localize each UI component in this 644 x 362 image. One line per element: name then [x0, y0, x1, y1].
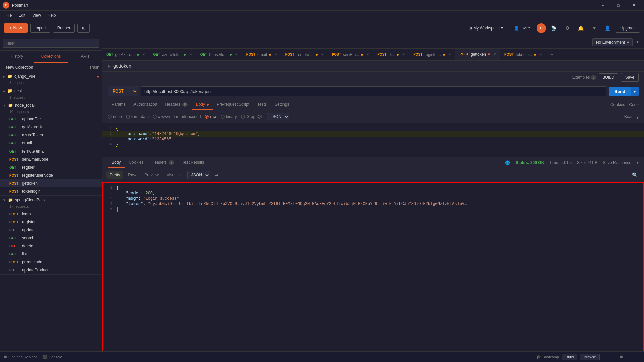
workspace-button[interactable]: ⊞ My Workspace ▾: [465, 24, 507, 32]
minimize-button[interactable]: −: [595, 0, 610, 11]
examples-button[interactable]: Examples 0: [572, 75, 596, 80]
bell-icon[interactable]: 🔔: [576, 23, 586, 34]
request-item-getazureurl[interactable]: GET getAzureUrl: [0, 123, 102, 131]
tab-history[interactable]: History: [0, 51, 34, 63]
menu-view[interactable]: View: [30, 12, 44, 18]
env-eye-button[interactable]: 👁: [635, 40, 640, 45]
tab-close-button[interactable]: ✕: [235, 53, 238, 56]
radio-urlencoded[interactable]: x-www-form-urlencoded: [153, 114, 201, 119]
find-replace-button[interactable]: ⊞ Find and Replace: [4, 355, 37, 359]
console-button[interactable]: ⬛ Console: [43, 355, 62, 359]
beautify-button[interactable]: Beautify: [624, 114, 639, 119]
tab-email[interactable]: POST email ✕: [242, 49, 281, 61]
view-tab-visualize[interactable]: Visualize: [163, 171, 186, 179]
request-item-update[interactable]: PUT update: [0, 226, 102, 234]
url-input[interactable]: [141, 86, 606, 96]
invite-button[interactable]: 👤 Invite: [510, 24, 534, 32]
radio-binary[interactable]: binary: [221, 114, 237, 119]
req-tab-body[interactable]: Body: [192, 99, 213, 110]
tab-gettoken[interactable]: POST gettoken ✕: [455, 49, 500, 61]
request-item-azuretoken[interactable]: GET azureToken: [0, 131, 102, 139]
tab-close-button[interactable]: ✕: [493, 52, 496, 56]
response-format-select[interactable]: JSON XML Text: [187, 171, 210, 179]
resp-tab-headers[interactable]: Headers 9: [148, 157, 178, 168]
req-tab-settings[interactable]: Settings: [271, 99, 293, 110]
tab-dict[interactable]: POST dict ✕: [373, 49, 409, 61]
save-response-chevron-icon[interactable]: ▾: [637, 160, 639, 165]
layout-button[interactable]: ⊞: [77, 24, 90, 33]
trash-button[interactable]: Trash: [89, 65, 99, 70]
resp-tab-test-results[interactable]: Test Results: [178, 157, 208, 168]
request-item-remote-email[interactable]: GET remote email: [0, 147, 102, 155]
tab-tokenlo[interactable]: POST tokenlo... ✕: [500, 49, 546, 61]
tab-close-button[interactable]: ✕: [274, 53, 277, 56]
req-tab-pre-request[interactable]: Pre-request Script: [213, 99, 253, 110]
request-item-delete[interactable]: DEL delete: [0, 242, 102, 250]
cookies-link[interactable]: Cookies: [610, 102, 625, 107]
req-tab-params[interactable]: Params: [108, 99, 129, 110]
more-tabs-button[interactable]: ···: [557, 52, 566, 57]
build-bottom-button[interactable]: Build: [562, 354, 577, 360]
request-item-email[interactable]: GET email: [0, 139, 102, 147]
user-icon[interactable]: 👤: [602, 23, 613, 34]
request-item-tokenlogin[interactable]: POST tokenlogin: [0, 187, 102, 195]
request-item-login[interactable]: POST login: [0, 210, 102, 218]
new-collection-button[interactable]: + New Collection: [3, 65, 33, 70]
env-dropdown[interactable]: No Environment ▾: [592, 38, 633, 46]
radio-raw[interactable]: raw: [205, 114, 216, 119]
radio-none[interactable]: none: [108, 114, 122, 119]
request-expand-icon[interactable]: ▶: [108, 64, 111, 68]
menu-file[interactable]: File: [3, 12, 14, 18]
tab-close-button[interactable]: ✕: [189, 53, 192, 56]
request-item-senemailcode[interactable]: POST senEmailCode: [0, 155, 102, 163]
new-button[interactable]: + New: [4, 23, 28, 33]
search-input[interactable]: [3, 39, 99, 48]
view-tab-pretty[interactable]: Pretty: [106, 171, 123, 179]
collection-header-django-vue[interactable]: ▶ 📁 django_vue ★: [0, 72, 102, 81]
request-item-search[interactable]: GET search: [0, 234, 102, 242]
heart-icon[interactable]: ♥: [589, 23, 600, 34]
menu-help[interactable]: Help: [45, 12, 59, 18]
request-item-registerusernode[interactable]: POST registeruserNode: [0, 171, 102, 179]
request-item-uploadfile[interactable]: GET uploadFile: [0, 115, 102, 123]
bootcamp-item[interactable]: 🎓 Bootcamp: [536, 355, 559, 359]
tab-apis[interactable]: APIs: [68, 51, 102, 63]
tab-remote[interactable]: POST remote ... ✕: [281, 49, 328, 61]
tab-https-lo[interactable]: GET https://lo... ✕: [196, 49, 242, 61]
tab-getazure[interactable]: GET getAzure... ✕: [102, 49, 149, 61]
code-link[interactable]: Code: [629, 102, 639, 107]
tab-close-button[interactable]: ✕: [402, 53, 405, 56]
resp-tab-cookies[interactable]: Cookies: [125, 157, 147, 168]
method-select[interactable]: POST GET PUT DELETE: [108, 86, 138, 96]
req-tab-tests[interactable]: Tests: [253, 99, 271, 110]
layout-icon-3[interactable]: ⊡: [629, 352, 640, 362]
save-button[interactable]: Save: [621, 73, 639, 82]
send-button[interactable]: Send: [609, 87, 631, 96]
browse-bottom-button[interactable]: Browse: [580, 354, 600, 360]
satellite-icon[interactable]: 📡: [549, 23, 559, 34]
request-item-updateproduct[interactable]: PUT updateProduct: [0, 266, 102, 274]
tab-close-button[interactable]: ✕: [539, 53, 542, 56]
maximize-button[interactable]: □: [610, 0, 626, 11]
build-button[interactable]: BUILD: [599, 73, 618, 81]
search-response-icon[interactable]: 🔍: [629, 170, 640, 180]
request-item-regiser[interactable]: GET regiser: [0, 163, 102, 171]
tab-azuretok[interactable]: GET azureTok... ✕: [149, 49, 196, 61]
runner-button[interactable]: Runner: [53, 24, 75, 33]
collection-header-springcloudback[interactable]: ▼ 📁 springCloudBack: [0, 196, 102, 204]
tab-close-button[interactable]: ✕: [321, 53, 324, 56]
avatar[interactable]: U: [537, 23, 546, 33]
globe-icon[interactable]: 🌐: [505, 160, 510, 165]
radio-form-data[interactable]: form-data: [126, 114, 149, 119]
save-response-button[interactable]: Save Response: [603, 160, 631, 165]
menu-edit[interactable]: Edit: [16, 12, 28, 18]
view-tab-preview[interactable]: Preview: [141, 171, 162, 179]
request-item-list[interactable]: GET list: [0, 250, 102, 258]
upgrade-button[interactable]: Upgrade: [616, 24, 640, 33]
wrap-icon[interactable]: ⇌: [211, 170, 222, 180]
tab-register[interactable]: POST register... ✕: [409, 49, 455, 61]
collection-header-node-local[interactable]: ▼ 📁 node_local: [0, 101, 102, 110]
tab-close-button[interactable]: ✕: [366, 53, 369, 56]
tab-close-button[interactable]: ✕: [142, 53, 145, 56]
request-item-register[interactable]: POST register: [0, 218, 102, 226]
